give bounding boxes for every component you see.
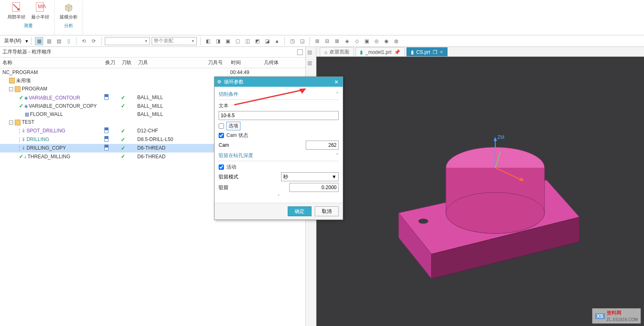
check-icon: ✓ (19, 95, 23, 101)
ribbon-group-measure: 局部半径 MIN 最小半径 测量 (2, 1, 55, 35)
col-toolnum[interactable]: 刀具号 (205, 58, 229, 68)
group-analysis-label: 分析 (64, 23, 73, 29)
home-icon: ⌂ (324, 49, 327, 55)
option-label: 选项 (226, 122, 240, 130)
svg-marker-10 (494, 137, 497, 141)
col-path[interactable]: 刀轨 (119, 58, 136, 68)
option-checkbox[interactable] (219, 123, 224, 129)
tb-view-8[interactable]: ◉ (382, 37, 390, 45)
check-icon: ✓ (121, 128, 125, 134)
min-radius-button[interactable]: MIN 最小半径 (30, 1, 51, 21)
check-icon: ✓ (121, 136, 125, 143)
close-icon[interactable]: ✕ (440, 50, 443, 54)
tab-pin-icon[interactable]: 📌 (394, 49, 400, 55)
tb-filter-4[interactable]: ▢ (233, 37, 242, 45)
text-input[interactable] (219, 111, 339, 120)
swap-icon (104, 136, 108, 142)
tb-cube-1[interactable]: ◳ (288, 37, 296, 45)
close-icon[interactable]: ✕ (332, 79, 340, 85)
svg-text:MIN: MIN (38, 4, 46, 9)
rb-icon-1[interactable]: ▤ (307, 49, 315, 57)
tb-view-5[interactable]: ◇ (353, 37, 361, 45)
tb-filter-8[interactable]: ▲ (273, 37, 281, 45)
dwell-label: 驻留 (219, 184, 229, 191)
tb-view-4[interactable]: ◈ (343, 37, 351, 45)
box-icon (63, 2, 74, 13)
local-radius-button[interactable]: 局部半径 (6, 1, 27, 21)
nav-restore-icon[interactable] (297, 49, 303, 55)
cycle-params-dialog: ⚙ 循环参数 ✕ 切削条件˄ 文本 选项 Cam 状态 Cam 驻留在钻孔深度˄… (214, 76, 343, 220)
tb-view-3[interactable]: ⊠ (333, 37, 341, 45)
watermark: XS 资料网ZL.XS1616.COM (592, 308, 641, 324)
tab-model1[interactable]: ▮_model1.prt📌 (355, 47, 404, 56)
cam-input[interactable] (306, 141, 339, 150)
section-dwell[interactable]: 驻留在钻孔深度˄ (219, 151, 339, 160)
tb-view-7[interactable]: ◎ (372, 37, 381, 45)
tb-view-1[interactable]: ⊞ (313, 37, 321, 45)
check-icon: ✓ (121, 103, 125, 109)
active-checkbox[interactable] (219, 164, 224, 170)
combo-1[interactable]: ▼ (105, 37, 150, 45)
tree-row-root[interactable]: NC_PROGRAM00:44:49 (0, 68, 305, 76)
combo-2[interactable]: 整个装配▼ (152, 37, 197, 45)
tb-cube-2[interactable]: ◲ (298, 37, 306, 45)
collapse-icon[interactable]: - (9, 87, 13, 91)
viewport-area: ⌂欢迎页面 ▮_model1.prt📌 ▮CS.prt❐✕ ZM (316, 47, 644, 326)
cancel-button[interactable]: 取消 (315, 206, 339, 216)
ok-button[interactable]: 确定 (288, 206, 312, 216)
watermark-xs: XS (595, 313, 605, 319)
ribbon-group-analysis: 拔模分析 分析 (55, 1, 83, 35)
nav-title-bar: 工序导航器 - 程序顺序 (0, 47, 305, 58)
drill-icon: ⇓ (21, 136, 25, 142)
tb-view-2[interactable]: ⊟ (323, 37, 331, 45)
tab-welcome[interactable]: ⌂欢迎页面 (320, 47, 354, 56)
tb-filter-7[interactable]: ◪ (263, 37, 271, 45)
draft-analysis-button[interactable]: 拔模分析 (58, 1, 79, 21)
folder-icon (9, 78, 15, 83)
dialog-title: 循环参数 (224, 79, 244, 86)
thread-icon: ⫰ (24, 154, 27, 160)
col-tool[interactable]: 刀具 (136, 58, 205, 68)
rb-icon-2[interactable]: ▥ (307, 60, 315, 67)
dialog-titlebar[interactable]: ⚙ 循环参数 ✕ (215, 77, 343, 87)
drill-icon: ⇓ (21, 128, 25, 134)
svg-point-8 (418, 219, 428, 224)
swap-icon (104, 145, 108, 150)
tb-filter-2[interactable]: ◨ (214, 37, 222, 45)
collapse-icon[interactable]: - (9, 120, 13, 125)
col-swap[interactable]: 换刀 (103, 58, 119, 68)
tb-btn-1[interactable]: ▦ (35, 37, 43, 45)
menu-label[interactable]: 菜单(M) (2, 37, 24, 44)
swap-icon (104, 127, 108, 133)
col-geom[interactable]: 几何体 (261, 58, 305, 68)
tb-view-6[interactable]: ▣ (362, 37, 371, 45)
cam-status-checkbox[interactable] (219, 133, 224, 138)
tab-cs[interactable]: ▮CS.prt❐✕ (406, 47, 448, 56)
tb-btn-4[interactable]: ▯ (65, 37, 73, 45)
section-cutting[interactable]: 切削条件˄ (219, 90, 339, 99)
expand-handle[interactable]: ˄ (219, 194, 339, 199)
3d-canvas[interactable]: ZM (316, 57, 644, 326)
dwell-mode-label: 驻留模式 (219, 173, 238, 180)
dwell-mode-combo[interactable]: 秒▼ (281, 172, 339, 181)
ribbon: 局部半径 MIN 最小半径 测量 拔模分析 分析 (0, 0, 644, 35)
tb-view-9[interactable]: ◍ (392, 37, 400, 45)
tb-filter-1[interactable]: ◧ (204, 37, 212, 45)
tb-btn-6[interactable]: ⟳ (90, 37, 98, 45)
folder-icon (15, 86, 21, 92)
svg-text:ZM: ZM (497, 134, 504, 140)
tb-btn-3[interactable]: ▤ (55, 37, 63, 45)
tb-filter-6[interactable]: ◩ (253, 37, 261, 45)
cam-label: Cam (219, 142, 229, 148)
part-icon: ▮ (360, 49, 363, 55)
cam-status-label: Cam 状态 (226, 132, 248, 139)
col-name[interactable]: 名称 (0, 58, 103, 68)
tb-filter-5[interactable]: ◫ (243, 37, 252, 45)
tb-btn-2[interactable]: ▥ (45, 37, 53, 45)
tb-filter-3[interactable]: ▣ (224, 37, 232, 45)
dwell-input[interactable] (289, 183, 339, 192)
col-time[interactable]: 时间 (229, 58, 261, 68)
tb-btn-5[interactable]: ⟲ (80, 37, 88, 45)
contour-icon: ◈ (24, 95, 28, 101)
tab-new-window-icon[interactable]: ❐ (433, 49, 437, 55)
